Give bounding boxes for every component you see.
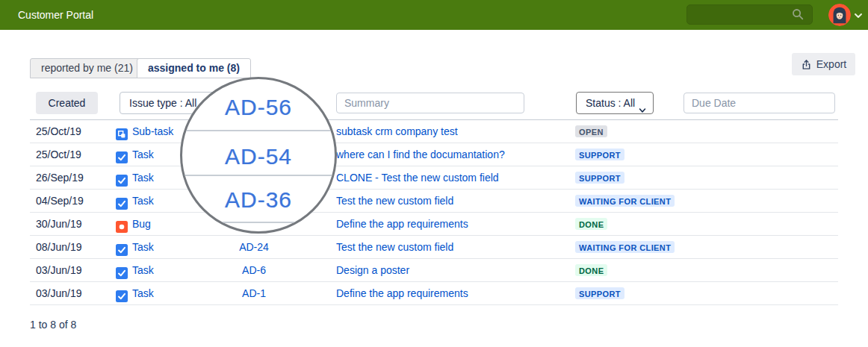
issue-key-link[interactable]: AD-1 [242, 282, 266, 304]
table-row[interactable]: 03/Jun/19 Task AD-1 Define the app requi… [30, 281, 838, 304]
task-icon [116, 287, 128, 299]
chevron-down-icon[interactable] [854, 10, 863, 19]
task-icon [116, 149, 128, 160]
status-badge: SUPPORT [575, 172, 624, 184]
created-date: 04/Sep/19 [36, 190, 84, 212]
export-button[interactable]: Export [792, 53, 855, 75]
table-row[interactable]: 30/Jun/19 Bug Define the app requirement… [30, 212, 838, 235]
magnified-row-divider [182, 130, 335, 131]
issue-type-link[interactable]: Task [132, 143, 154, 166]
status-badge: DONE [575, 218, 607, 230]
search-icon[interactable] [792, 8, 804, 20]
issue-type-link[interactable]: Sub-task [132, 120, 173, 143]
export-label: Export [816, 58, 846, 70]
issue-summary-link[interactable]: Test the new custom field [336, 236, 453, 258]
created-column-button[interactable]: Created [36, 92, 98, 114]
issue-table: 25/Oct/19 Sub-task subtask crm company t… [30, 119, 838, 305]
table-row[interactable]: 26/Sep/19 Task CLONE - Test the new cust… [30, 166, 838, 189]
table-row[interactable]: 25/Oct/19 Task where can I find the docu… [30, 143, 838, 166]
export-icon [801, 59, 812, 70]
table-row[interactable]: 25/Oct/19 Sub-task subtask crm company t… [30, 119, 838, 143]
summary-filter-input[interactable] [336, 93, 524, 113]
magnified-issue-key: AD-56 [182, 95, 335, 120]
issue-type-link[interactable]: Task [132, 236, 154, 258]
issue-type-link[interactable]: Task [132, 166, 154, 189]
magnified-row-divider [182, 175, 335, 176]
issue-summary-link[interactable]: CLONE - Test the new custom field [336, 166, 499, 189]
status-badge: SUPPORT [575, 149, 624, 160]
issue-summary-link[interactable]: Define the app requirements [336, 213, 468, 235]
status-filter-dropdown[interactable]: Status : All [576, 92, 654, 114]
status-badge: WAITING FOR CLIENT [575, 241, 675, 253]
issue-type-link[interactable]: Task [132, 282, 154, 304]
created-date: 25/Oct/19 [36, 120, 81, 143]
magnified-issue-key: AD-54 [182, 144, 335, 169]
page-title: Customer Portal [18, 0, 93, 30]
created-date: 03/Jun/19 [36, 259, 82, 281]
created-date: 26/Sep/19 [36, 166, 84, 189]
tab-reported-by-me[interactable]: reported by me (21) [30, 58, 144, 78]
status-filter-label: Status : All [586, 97, 635, 109]
chevron-down-icon [639, 100, 646, 121]
task-icon [116, 241, 128, 253]
created-date: 08/Jun/19 [36, 236, 82, 258]
table-row[interactable]: 04/Sep/19 Task Test the new custom field… [30, 189, 838, 212]
status-badge: SUPPORT [575, 287, 624, 299]
issue-key-link[interactable]: AD-6 [242, 259, 266, 281]
subtask-icon [116, 125, 128, 137]
issue-type-link[interactable]: Task [132, 259, 154, 281]
status-badge: DONE [575, 264, 607, 276]
issue-summary-link[interactable]: Design a poster [336, 259, 409, 281]
task-icon [116, 172, 128, 184]
created-date: 03/Jun/19 [36, 282, 82, 304]
status-badge: WAITING FOR CLIENT [575, 195, 675, 207]
app-header: Customer Portal [0, 0, 868, 30]
created-date: 30/Jun/19 [36, 213, 82, 235]
issue-type-link[interactable]: Bug [132, 213, 151, 235]
issue-summary-link[interactable]: where can I find the documantation? [336, 143, 505, 166]
magnified-issue-key: AD-36 [182, 187, 335, 213]
magnifier-overlay: AD-56 AD-54 AD-36 [180, 77, 337, 234]
issue-key-link[interactable]: AD-24 [239, 236, 269, 258]
pagination-summary: 1 to 8 of 8 [30, 319, 76, 331]
bug-icon [116, 218, 128, 230]
task-icon [116, 195, 128, 207]
issue-summary-link[interactable]: Define the app requirements [336, 282, 468, 304]
user-avatar[interactable] [828, 4, 851, 26]
task-icon [116, 264, 128, 276]
tab-assigned-to-me[interactable]: assigned to me (8) [137, 58, 251, 78]
table-row[interactable]: 08/Jun/19 Task AD-24 Test the new custom… [30, 235, 838, 258]
issue-summary-link[interactable]: Test the new custom field [336, 190, 453, 212]
created-date: 25/Oct/19 [36, 143, 81, 166]
due-date-filter-input[interactable] [683, 93, 835, 113]
status-badge: OPEN [575, 125, 607, 137]
issue-type-link[interactable]: Task [132, 190, 154, 212]
issue-summary-link[interactable]: subtask crm company test [336, 120, 458, 143]
table-row[interactable]: 03/Jun/19 Task AD-6 Design a poster DONE [30, 258, 838, 281]
